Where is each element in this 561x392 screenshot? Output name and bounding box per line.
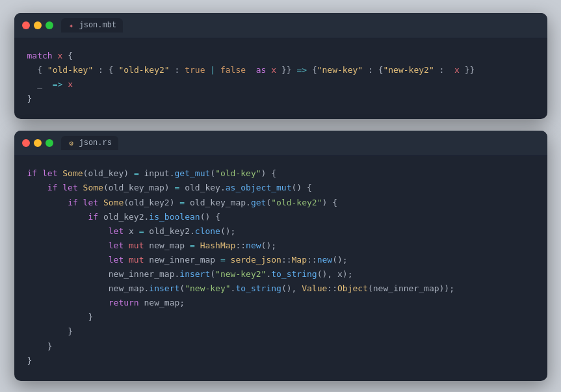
mbt-window: ✦ json.mbt match x { { "old-key" : { "ol… [14,13,547,119]
mbt-file-icon: ✦ [68,21,75,29]
rs-minimize-button[interactable] [34,139,42,147]
rs-code-area: if let Some(old_key) = input.get_mut("ol… [14,156,547,380]
rs-code: if let Some(old_key) = input.get_mut("ol… [27,166,534,367]
mbt-tab-label: json.mbt [79,21,117,30]
mbt-code-area: match x { { "old-key" : { "old-key2" : t… [14,38,547,119]
rs-file-icon: ⚙ [68,139,75,147]
minimize-button[interactable] [34,21,42,29]
close-button[interactable] [22,21,30,29]
rs-traffic-lights [22,139,53,147]
rs-close-button[interactable] [22,139,30,147]
mbt-titlebar: ✦ json.mbt [14,13,547,38]
rs-window: ⚙ json.rs if let Some(old_key) = input.g… [14,131,547,380]
mbt-code: match x { { "old-key" : { "old-key2" : t… [27,49,534,106]
rs-titlebar: ⚙ json.rs [14,131,547,156]
maximize-button[interactable] [46,21,53,29]
rs-maximize-button[interactable] [46,139,53,147]
tab-rs[interactable]: ⚙ json.rs [61,136,118,150]
traffic-lights [22,21,53,29]
rs-tab-label: json.rs [79,138,112,148]
tab-mbt[interactable]: ✦ json.mbt [61,18,124,33]
